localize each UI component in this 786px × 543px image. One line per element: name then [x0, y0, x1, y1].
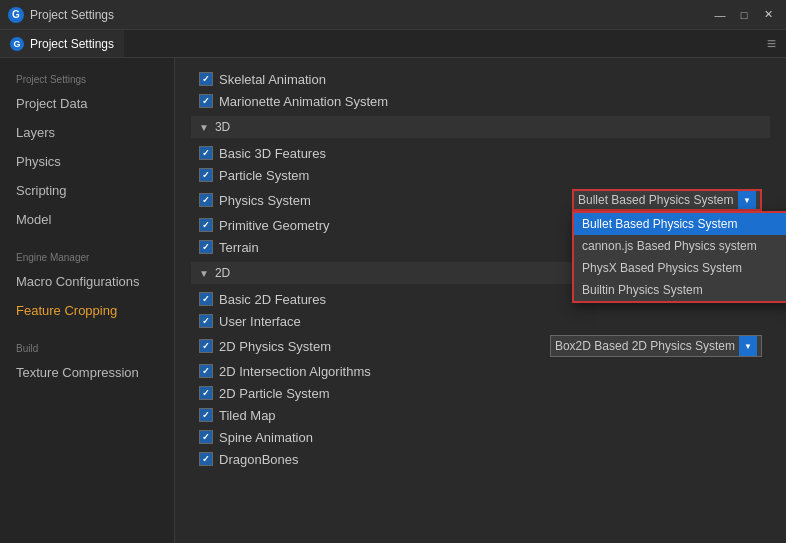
- checkbox-primitive-geometry[interactable]: [199, 218, 213, 232]
- feature-label-2d-physics: 2D Physics System: [219, 339, 544, 354]
- sidebar: Project Settings Project Data Layers Phy…: [0, 58, 175, 543]
- window-controls: — □ ✕: [710, 5, 778, 25]
- 2d-physics-dropdown-select[interactable]: Box2D Based 2D Physics System ▼: [550, 335, 762, 357]
- checkbox-dragon-bones[interactable]: [199, 452, 213, 466]
- sidebar-item-texture-compression[interactable]: Texture Compression: [0, 358, 174, 387]
- feature-row-tiled-map: Tiled Map: [191, 404, 770, 426]
- checkbox-marionette[interactable]: [199, 94, 213, 108]
- physics-dropdown-value: Bullet Based Physics System: [578, 193, 734, 207]
- physics-system-row: Physics System Bullet Based Physics Syst…: [191, 186, 770, 214]
- sidebar-item-project-data[interactable]: Project Data: [0, 89, 174, 118]
- feature-label-tiled-map: Tiled Map: [219, 408, 762, 423]
- sidebar-item-feature-cropping[interactable]: Feature Cropping: [0, 296, 174, 325]
- feature-label-basic-3d: Basic 3D Features: [219, 146, 762, 161]
- feature-row-marionette: Marionette Animation System: [191, 90, 770, 112]
- checkbox-2d-physics[interactable]: [199, 339, 213, 353]
- physics-2d-system-row: 2D Physics System Box2D Based 2D Physics…: [191, 332, 770, 360]
- physics-dropdown-popup: Bullet Based Physics System cannon.js Ba…: [572, 211, 786, 303]
- section-2d-label: 2D: [215, 266, 230, 280]
- sidebar-item-macro-configurations[interactable]: Macro Configurations: [0, 267, 174, 296]
- physics-dropdown-select[interactable]: Bullet Based Physics System ▼: [572, 189, 762, 211]
- feature-row-dragon-bones: DragonBones: [191, 448, 770, 470]
- checkbox-2d-intersection[interactable]: [199, 364, 213, 378]
- feature-label-dragon-bones: DragonBones: [219, 452, 762, 467]
- tab-project-settings[interactable]: G Project Settings: [0, 30, 124, 57]
- feature-label-2d-intersection: 2D Intersection Algorithms: [219, 364, 762, 379]
- sidebar-section-project-label: Project Settings: [0, 66, 174, 89]
- app-icon: G: [8, 7, 24, 23]
- feature-row-user-interface: User Interface: [191, 310, 770, 332]
- sidebar-item-physics[interactable]: Physics: [0, 147, 174, 176]
- checkbox-tiled-map[interactable]: [199, 408, 213, 422]
- physics-option-physx[interactable]: PhysX Based Physics System: [574, 257, 786, 279]
- checkbox-basic-3d[interactable]: [199, 146, 213, 160]
- main-layout: Project Settings Project Data Layers Phy…: [0, 58, 786, 543]
- feature-row-2d-particle: 2D Particle System: [191, 382, 770, 404]
- window-title: Project Settings: [30, 8, 710, 22]
- 2d-physics-dropdown-value: Box2D Based 2D Physics System: [555, 339, 735, 353]
- feature-label-marionette: Marionette Animation System: [219, 94, 762, 109]
- feature-label-spine: Spine Animation: [219, 430, 762, 445]
- sidebar-section-build-label: Build: [0, 335, 174, 358]
- feature-row-2d-intersection: 2D Intersection Algorithms: [191, 360, 770, 382]
- physics-dropdown-arrow-icon[interactable]: ▼: [738, 191, 756, 209]
- feature-row-skeletal: Skeletal Animation: [191, 68, 770, 90]
- feature-row-particle-system: Particle System: [191, 164, 770, 186]
- feature-label-user-interface: User Interface: [219, 314, 762, 329]
- feature-label-particle-system: Particle System: [219, 168, 762, 183]
- physics-option-bullet[interactable]: Bullet Based Physics System: [574, 213, 786, 235]
- checkbox-user-interface[interactable]: [199, 314, 213, 328]
- section-3d-arrow-icon: ▼: [199, 122, 209, 133]
- checkbox-2d-particle[interactable]: [199, 386, 213, 400]
- checkbox-terrain[interactable]: [199, 240, 213, 254]
- tab-bar: G Project Settings ≡: [0, 30, 786, 58]
- feature-row-spine: Spine Animation: [191, 426, 770, 448]
- minimize-button[interactable]: —: [710, 5, 730, 25]
- checkbox-spine[interactable]: [199, 430, 213, 444]
- sidebar-section-engine-label: Engine Manager: [0, 244, 174, 267]
- checkbox-skeletal[interactable]: [199, 72, 213, 86]
- title-bar: G Project Settings — □ ✕: [0, 0, 786, 30]
- checkbox-basic-2d[interactable]: [199, 292, 213, 306]
- content-area: Skeletal Animation Marionette Animation …: [175, 58, 786, 543]
- physics-dropdown-wrapper: Bullet Based Physics System ▼ Bullet Bas…: [572, 189, 762, 211]
- feature-label-physics-system: Physics System: [219, 193, 566, 208]
- sidebar-item-model[interactable]: Model: [0, 205, 174, 234]
- feature-label-2d-particle: 2D Particle System: [219, 386, 762, 401]
- tab-icon: G: [10, 37, 24, 51]
- maximize-button[interactable]: □: [734, 5, 754, 25]
- tab-label: Project Settings: [30, 37, 114, 51]
- section-3d-label: 3D: [215, 120, 230, 134]
- sidebar-item-layers[interactable]: Layers: [0, 118, 174, 147]
- section-2d-arrow-icon: ▼: [199, 268, 209, 279]
- physics-option-builtin[interactable]: Builtin Physics System: [574, 279, 786, 301]
- checkbox-physics-system[interactable]: [199, 193, 213, 207]
- checkbox-particle-system[interactable]: [199, 168, 213, 182]
- close-button[interactable]: ✕: [758, 5, 778, 25]
- section-3d-header[interactable]: ▼ 3D: [191, 116, 770, 138]
- physics-option-cannon[interactable]: cannon.js Based Physics system: [574, 235, 786, 257]
- sidebar-item-scripting[interactable]: Scripting: [0, 176, 174, 205]
- 2d-physics-dropdown-arrow-icon[interactable]: ▼: [739, 336, 757, 356]
- feature-row-basic-3d: Basic 3D Features: [191, 142, 770, 164]
- feature-label-skeletal: Skeletal Animation: [219, 72, 762, 87]
- tab-hamburger-icon[interactable]: ≡: [757, 35, 786, 53]
